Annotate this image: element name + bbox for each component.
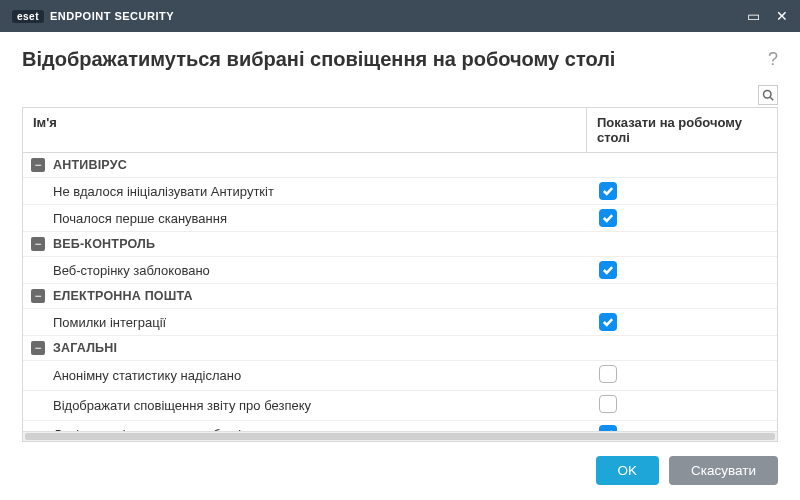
product-name: ENDPOINT SECURITY bbox=[50, 10, 174, 22]
notifications-table: Ім'я Показати на робочому столі −АНТИВІР… bbox=[22, 107, 778, 442]
collapse-icon[interactable]: − bbox=[31, 158, 45, 172]
ok-button[interactable]: OK bbox=[596, 456, 660, 485]
item-row: Анонімну статистику надіслано bbox=[23, 361, 777, 391]
page-title: Відображатимуться вибрані сповіщення на … bbox=[22, 48, 615, 71]
show-checkbox[interactable] bbox=[599, 365, 617, 383]
page-header: Відображатимуться вибрані сповіщення на … bbox=[0, 32, 800, 85]
table-body[interactable]: −АНТИВІРУСНе вдалося ініціалізувати Анти… bbox=[23, 153, 777, 431]
svg-line-1 bbox=[770, 97, 773, 100]
table-header: Ім'я Показати на робочому столі bbox=[23, 108, 777, 153]
help-icon[interactable]: ? bbox=[768, 49, 778, 70]
collapse-icon[interactable]: − bbox=[31, 237, 45, 251]
group-label: ЗАГАЛЬНІ bbox=[53, 341, 117, 355]
item-row: Дані не надіслано до служби підтримки bbox=[23, 421, 777, 431]
group-row[interactable]: −ЗАГАЛЬНІ bbox=[23, 336, 777, 361]
item-row: Помилки інтеграції bbox=[23, 309, 777, 336]
column-name[interactable]: Ім'я bbox=[23, 108, 587, 152]
item-row: Відображати сповіщення звіту про безпеку bbox=[23, 391, 777, 421]
show-checkbox[interactable] bbox=[599, 395, 617, 413]
group-row[interactable]: −ЕЛЕКТРОННА ПОШТА bbox=[23, 284, 777, 309]
item-label: Не вдалося ініціалізувати Антируткіт bbox=[31, 184, 579, 199]
item-label: Помилки інтеграції bbox=[31, 315, 579, 330]
svg-point-0 bbox=[764, 91, 772, 99]
item-row: Веб-сторінку заблоковано bbox=[23, 257, 777, 284]
group-label: ЕЛЕКТРОННА ПОШТА bbox=[53, 289, 193, 303]
show-checkbox[interactable] bbox=[599, 261, 617, 279]
item-label: Почалося перше сканування bbox=[31, 211, 579, 226]
horizontal-scrollbar[interactable] bbox=[23, 431, 777, 441]
collapse-icon[interactable]: − bbox=[31, 289, 45, 303]
group-row[interactable]: −ВЕБ-КОНТРОЛЬ bbox=[23, 232, 777, 257]
minimize-icon[interactable]: ▭ bbox=[747, 8, 760, 24]
column-show[interactable]: Показати на робочому столі bbox=[587, 108, 777, 152]
search-icon[interactable] bbox=[758, 85, 778, 105]
show-checkbox[interactable] bbox=[599, 209, 617, 227]
scrollbar-thumb[interactable] bbox=[25, 433, 775, 440]
group-row[interactable]: −АНТИВІРУС bbox=[23, 153, 777, 178]
titlebar: eset ENDPOINT SECURITY ▭ ✕ bbox=[0, 0, 800, 32]
brand-badge: eset bbox=[12, 10, 44, 23]
item-label: Веб-сторінку заблоковано bbox=[31, 263, 579, 278]
group-label: АНТИВІРУС bbox=[53, 158, 127, 172]
app-logo: eset ENDPOINT SECURITY bbox=[12, 10, 174, 23]
group-label: ВЕБ-КОНТРОЛЬ bbox=[53, 237, 155, 251]
item-label: Анонімну статистику надіслано bbox=[31, 368, 579, 383]
show-checkbox[interactable] bbox=[599, 182, 617, 200]
dialog-footer: OK Скасувати bbox=[0, 442, 800, 485]
collapse-icon[interactable]: − bbox=[31, 341, 45, 355]
item-row: Не вдалося ініціалізувати Антируткіт bbox=[23, 178, 777, 205]
close-icon[interactable]: ✕ bbox=[776, 8, 788, 24]
show-checkbox[interactable] bbox=[599, 313, 617, 331]
cancel-button[interactable]: Скасувати bbox=[669, 456, 778, 485]
item-label: Відображати сповіщення звіту про безпеку bbox=[31, 398, 579, 413]
item-row: Почалося перше сканування bbox=[23, 205, 777, 232]
